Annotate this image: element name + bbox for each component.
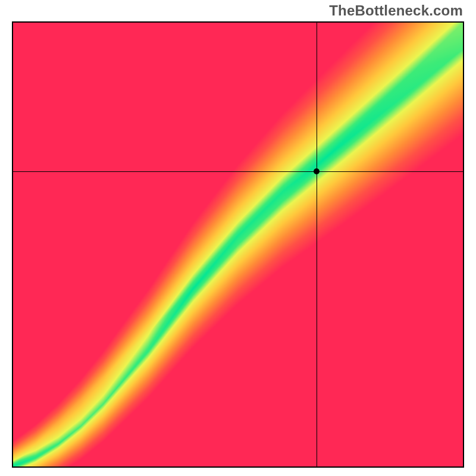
heatmap-plot [12, 21, 464, 468]
crosshair-horizontal [13, 171, 463, 172]
marker-dot [314, 168, 320, 174]
watermark-text: TheBottleneck.com [329, 2, 463, 19]
crosshair-vertical [317, 23, 317, 466]
chart-container: TheBottleneck.com [0, 0, 476, 476]
heatmap-canvas [13, 23, 463, 466]
